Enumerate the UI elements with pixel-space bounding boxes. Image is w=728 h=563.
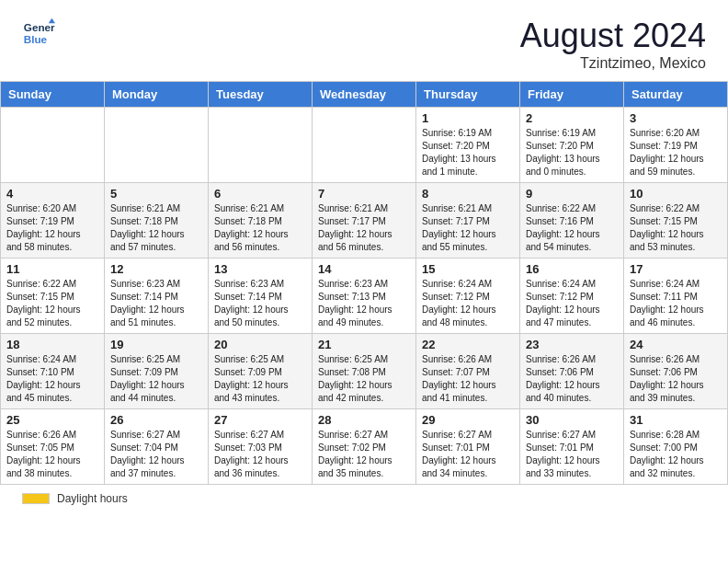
calendar-cell: 26Sunrise: 6:27 AM Sunset: 7:04 PM Dayli… <box>105 409 209 485</box>
calendar-cell <box>209 108 313 183</box>
calendar-cell: 19Sunrise: 6:25 AM Sunset: 7:09 PM Dayli… <box>105 334 209 409</box>
day-number: 17 <box>630 262 722 276</box>
calendar-day-header: Wednesday <box>313 82 416 108</box>
day-info: Sunrise: 6:27 AM Sunset: 7:04 PM Dayligh… <box>110 429 202 480</box>
calendar-cell: 10Sunrise: 6:22 AM Sunset: 7:15 PM Dayli… <box>624 183 728 259</box>
day-number: 21 <box>318 338 410 351</box>
day-number: 4 <box>6 187 98 201</box>
day-info: Sunrise: 6:27 AM Sunset: 7:02 PM Dayligh… <box>318 429 410 480</box>
calendar-cell <box>313 108 416 183</box>
day-number: 25 <box>6 413 98 427</box>
calendar-cell: 20Sunrise: 6:25 AM Sunset: 7:09 PM Dayli… <box>209 334 313 409</box>
day-info: Sunrise: 6:23 AM Sunset: 7:13 PM Dayligh… <box>318 278 410 329</box>
calendar-day-header: Tuesday <box>209 82 313 108</box>
day-info: Sunrise: 6:20 AM Sunset: 7:19 PM Dayligh… <box>630 127 722 178</box>
calendar-cell: 12Sunrise: 6:23 AM Sunset: 7:14 PM Dayli… <box>105 259 209 334</box>
day-info: Sunrise: 6:23 AM Sunset: 7:14 PM Dayligh… <box>110 278 202 329</box>
day-number: 31 <box>630 413 722 427</box>
day-info: Sunrise: 6:21 AM Sunset: 7:18 PM Dayligh… <box>110 202 202 254</box>
calendar-week-row: 1Sunrise: 6:19 AM Sunset: 7:20 PM Daylig… <box>1 108 728 183</box>
calendar-cell: 6Sunrise: 6:21 AM Sunset: 7:18 PM Daylig… <box>209 183 313 259</box>
calendar-week-row: 18Sunrise: 6:24 AM Sunset: 7:10 PM Dayli… <box>1 334 728 409</box>
calendar-cell: 14Sunrise: 6:23 AM Sunset: 7:13 PM Dayli… <box>313 259 416 334</box>
day-info: Sunrise: 6:21 AM Sunset: 7:17 PM Dayligh… <box>318 202 410 254</box>
day-info: Sunrise: 6:24 AM Sunset: 7:10 PM Dayligh… <box>6 353 98 405</box>
day-number: 29 <box>422 413 514 427</box>
day-number: 13 <box>214 262 306 276</box>
calendar-cell: 30Sunrise: 6:27 AM Sunset: 7:01 PM Dayli… <box>520 409 624 485</box>
day-number: 3 <box>630 111 722 125</box>
day-number: 28 <box>318 413 410 427</box>
day-info: Sunrise: 6:24 AM Sunset: 7:12 PM Dayligh… <box>422 278 514 329</box>
day-number: 14 <box>318 262 410 276</box>
calendar-cell: 24Sunrise: 6:26 AM Sunset: 7:06 PM Dayli… <box>624 334 728 409</box>
day-info: Sunrise: 6:26 AM Sunset: 7:06 PM Dayligh… <box>630 353 722 405</box>
calendar-cell: 17Sunrise: 6:24 AM Sunset: 7:11 PM Dayli… <box>624 259 728 334</box>
day-info: Sunrise: 6:22 AM Sunset: 7:16 PM Dayligh… <box>526 202 618 254</box>
day-info: Sunrise: 6:28 AM Sunset: 7:00 PM Dayligh… <box>630 429 722 480</box>
day-number: 6 <box>214 187 306 201</box>
day-info: Sunrise: 6:23 AM Sunset: 7:14 PM Dayligh… <box>214 278 306 329</box>
day-info: Sunrise: 6:26 AM Sunset: 7:07 PM Dayligh… <box>422 353 514 405</box>
calendar-cell: 7Sunrise: 6:21 AM Sunset: 7:17 PM Daylig… <box>313 183 416 259</box>
calendar-cell: 13Sunrise: 6:23 AM Sunset: 7:14 PM Dayli… <box>209 259 313 334</box>
calendar-day-header: Monday <box>105 82 209 108</box>
footer: Daylight hours <box>0 485 728 512</box>
day-number: 7 <box>318 187 410 201</box>
calendar-day-header: Sunday <box>1 82 105 108</box>
calendar-cell: 31Sunrise: 6:28 AM Sunset: 7:00 PM Dayli… <box>624 409 728 485</box>
logo-icon: General Blue <box>22 17 55 50</box>
day-number: 30 <box>526 413 618 427</box>
day-number: 18 <box>6 338 98 351</box>
calendar-week-row: 4Sunrise: 6:20 AM Sunset: 7:19 PM Daylig… <box>1 183 728 259</box>
day-info: Sunrise: 6:19 AM Sunset: 7:20 PM Dayligh… <box>422 127 514 178</box>
svg-text:Blue: Blue <box>24 33 48 45</box>
calendar-cell: 11Sunrise: 6:22 AM Sunset: 7:15 PM Dayli… <box>1 259 105 334</box>
calendar-cell: 15Sunrise: 6:24 AM Sunset: 7:12 PM Dayli… <box>416 259 520 334</box>
day-number: 24 <box>630 338 722 351</box>
daylight-label: Daylight hours <box>57 492 128 505</box>
day-number: 23 <box>526 338 618 351</box>
day-number: 20 <box>214 338 306 351</box>
day-info: Sunrise: 6:25 AM Sunset: 7:09 PM Dayligh… <box>214 353 306 405</box>
calendar-cell: 25Sunrise: 6:26 AM Sunset: 7:05 PM Dayli… <box>1 409 105 485</box>
calendar-cell: 5Sunrise: 6:21 AM Sunset: 7:18 PM Daylig… <box>105 183 209 259</box>
calendar-cell: 4Sunrise: 6:20 AM Sunset: 7:19 PM Daylig… <box>1 183 105 259</box>
day-info: Sunrise: 6:19 AM Sunset: 7:20 PM Dayligh… <box>526 127 618 178</box>
calendar-cell: 8Sunrise: 6:21 AM Sunset: 7:17 PM Daylig… <box>416 183 520 259</box>
day-info: Sunrise: 6:22 AM Sunset: 7:15 PM Dayligh… <box>6 278 98 329</box>
day-info: Sunrise: 6:26 AM Sunset: 7:06 PM Dayligh… <box>526 353 618 405</box>
calendar-cell: 16Sunrise: 6:24 AM Sunset: 7:12 PM Dayli… <box>520 259 624 334</box>
calendar-cell: 27Sunrise: 6:27 AM Sunset: 7:03 PM Dayli… <box>209 409 313 485</box>
calendar-cell: 2Sunrise: 6:19 AM Sunset: 7:20 PM Daylig… <box>520 108 624 183</box>
calendar-cell: 29Sunrise: 6:27 AM Sunset: 7:01 PM Dayli… <box>416 409 520 485</box>
day-number: 11 <box>6 262 98 276</box>
day-number: 15 <box>422 262 514 276</box>
day-info: Sunrise: 6:22 AM Sunset: 7:15 PM Dayligh… <box>630 202 722 254</box>
day-number: 8 <box>422 187 514 201</box>
calendar-cell: 18Sunrise: 6:24 AM Sunset: 7:10 PM Dayli… <box>1 334 105 409</box>
day-number: 19 <box>110 338 202 351</box>
footer-row: Daylight hours <box>22 492 706 505</box>
day-number: 5 <box>110 187 202 201</box>
day-info: Sunrise: 6:26 AM Sunset: 7:05 PM Dayligh… <box>6 429 98 480</box>
location: Tzintzimeo, Mexico <box>520 55 706 72</box>
day-number: 1 <box>422 111 514 125</box>
calendar-day-header: Saturday <box>624 82 728 108</box>
day-info: Sunrise: 6:21 AM Sunset: 7:17 PM Dayligh… <box>422 202 514 254</box>
day-number: 26 <box>110 413 202 427</box>
calendar-day-header: Thursday <box>416 82 520 108</box>
day-info: Sunrise: 6:27 AM Sunset: 7:01 PM Dayligh… <box>526 429 618 480</box>
day-number: 12 <box>110 262 202 276</box>
calendar-cell: 21Sunrise: 6:25 AM Sunset: 7:08 PM Dayli… <box>313 334 416 409</box>
day-number: 2 <box>526 111 618 125</box>
day-number: 10 <box>630 187 722 201</box>
day-info: Sunrise: 6:25 AM Sunset: 7:08 PM Dayligh… <box>318 353 410 405</box>
calendar-week-row: 25Sunrise: 6:26 AM Sunset: 7:05 PM Dayli… <box>1 409 728 485</box>
calendar-day-header: Friday <box>520 82 624 108</box>
day-number: 22 <box>422 338 514 351</box>
day-info: Sunrise: 6:27 AM Sunset: 7:01 PM Dayligh… <box>422 429 514 480</box>
day-info: Sunrise: 6:27 AM Sunset: 7:03 PM Dayligh… <box>214 429 306 480</box>
calendar-cell: 3Sunrise: 6:20 AM Sunset: 7:19 PM Daylig… <box>624 108 728 183</box>
calendar-header-row: SundayMondayTuesdayWednesdayThursdayFrid… <box>1 82 728 108</box>
